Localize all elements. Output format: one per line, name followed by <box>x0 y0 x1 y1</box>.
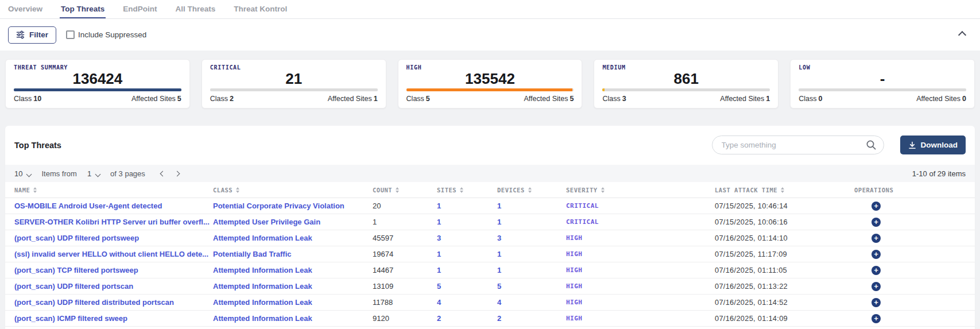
card-progress-fill <box>406 88 573 91</box>
column-header-count[interactable]: COUNT <box>373 187 437 193</box>
card-progress-track <box>406 88 574 91</box>
severity-cell[interactable]: HIGH <box>566 315 715 322</box>
devices-link[interactable]: 3 <box>497 234 566 242</box>
panel-title: Top Threats <box>14 141 61 150</box>
devices-link[interactable]: 1 <box>497 266 566 274</box>
tab-endpoint[interactable]: EndPoint <box>122 0 158 18</box>
sites-link[interactable]: 1 <box>437 202 497 210</box>
column-header-operations: OPERATIONS <box>854 187 966 193</box>
search-input[interactable] <box>712 136 884 154</box>
collapse-panel-button[interactable] <box>959 30 972 40</box>
expand-row-button[interactable]: + <box>871 298 881 307</box>
page-size-chevron-down-icon[interactable] <box>27 169 31 178</box>
devices-link[interactable]: 1 <box>497 202 566 210</box>
tab-all-threats[interactable]: All Threats <box>175 0 217 18</box>
threat-class-link[interactable]: Attempted Information Leak <box>213 314 373 323</box>
threat-name-link[interactable]: (port_scan) UDP filtered distributed por… <box>14 298 213 307</box>
tab-top-threats[interactable]: Top Threats <box>60 0 106 18</box>
devices-link[interactable]: 5 <box>497 282 566 291</box>
severity-cell[interactable]: HIGH <box>566 250 715 258</box>
card-critical: CRITICAL 21 Class2 Affected Sites1 <box>202 59 386 109</box>
table-row: OS-MOBILE Android User-Agent detected Po… <box>5 198 975 214</box>
download-button[interactable]: Download <box>900 136 966 154</box>
table-row: SERVER-OTHER Kolibri HTTP Server uri buf… <box>5 214 975 230</box>
severity-cell[interactable]: CRITICAL <box>566 202 715 210</box>
page-size-select[interactable]: 10 <box>14 169 22 178</box>
sites-link[interactable]: 1 <box>437 266 497 274</box>
pages-count-label: of 3 pages <box>110 169 145 178</box>
filter-bar: Filter Include Suppressed <box>0 19 980 51</box>
card-class-count: Class0 <box>799 95 822 103</box>
sort-icon <box>396 187 399 193</box>
expand-row-button[interactable]: + <box>871 202 881 211</box>
expand-row-button[interactable]: + <box>871 250 881 259</box>
column-header-sites[interactable]: SITES <box>437 187 497 193</box>
threat-class-link[interactable]: Attempted Information Leak <box>213 234 373 242</box>
sort-icon <box>601 187 605 193</box>
count-cell: 20 <box>373 202 437 210</box>
devices-link[interactable]: 4 <box>497 298 566 307</box>
previous-page-button[interactable] <box>156 172 170 176</box>
column-header-devices[interactable]: DEVICES <box>497 187 566 193</box>
table-row: (port_scan) TCP filtered portsweep Attem… <box>5 262 975 278</box>
threat-class-link[interactable]: Attempted User Privilege Gain <box>213 218 373 226</box>
threat-name-link[interactable]: (ssl) invalid server HELLO without clien… <box>14 250 213 258</box>
severity-cell[interactable]: CRITICAL <box>566 218 715 226</box>
column-header-name[interactable]: NAME <box>14 187 213 193</box>
card-affected-sites: Affected Sites1 <box>328 95 378 103</box>
card-value: 861 <box>602 71 770 87</box>
expand-row-button[interactable]: + <box>871 282 881 291</box>
threat-name-link[interactable]: OS-MOBILE Android User-Agent detected <box>14 202 213 210</box>
devices-link[interactable]: 1 <box>497 250 566 258</box>
severity-cell[interactable]: HIGH <box>566 266 715 274</box>
search-icon[interactable] <box>866 140 877 150</box>
threat-class-link[interactable]: Attempted Information Leak <box>213 298 373 307</box>
threat-name-link[interactable]: (port_scan) ICMP filtered sweep <box>14 314 213 323</box>
expand-row-button[interactable]: + <box>871 234 881 243</box>
threat-class-link[interactable]: Attempted Information Leak <box>213 266 373 274</box>
expand-row-button[interactable]: + <box>871 266 881 275</box>
card-affected-sites: Affected Sites1 <box>720 95 770 103</box>
threat-class-link[interactable]: Potentially Bad Traffic <box>213 250 373 258</box>
sites-link[interactable]: 3 <box>437 234 497 242</box>
sites-link[interactable]: 1 <box>437 218 497 226</box>
include-suppressed-checkbox[interactable] <box>66 30 75 39</box>
severity-cell[interactable]: HIGH <box>566 234 715 242</box>
sites-link[interactable]: 2 <box>437 314 497 323</box>
column-header-severity[interactable]: SEVERITY <box>566 187 715 193</box>
next-page-button[interactable] <box>170 172 184 176</box>
count-cell: 13109 <box>373 282 437 291</box>
count-cell: 11788 <box>373 298 437 307</box>
threat-name-link[interactable]: (port_scan) UDP filtered portscan <box>14 282 213 291</box>
column-header-class[interactable]: CLASS <box>213 187 373 193</box>
filter-button[interactable]: Filter <box>8 26 56 44</box>
card-affected-sites: Affected Sites5 <box>524 95 574 103</box>
sites-link[interactable]: 5 <box>437 282 497 291</box>
last-attack-time-cell: 07/15/2025, 10:06:16 <box>715 218 854 226</box>
page-select[interactable]: 1 <box>87 169 91 178</box>
tab-threat-kontrol[interactable]: Threat Kontrol <box>233 0 288 18</box>
severity-cell[interactable]: HIGH <box>566 282 715 290</box>
devices-link[interactable]: 1 <box>497 218 566 226</box>
card-class-count: Class5 <box>406 95 430 103</box>
severity-cell[interactable]: HIGH <box>566 299 715 306</box>
include-suppressed-control[interactable]: Include Suppressed <box>66 30 146 39</box>
page-chevron-down-icon[interactable] <box>96 169 100 178</box>
column-header-last-attack-time[interactable]: LAST ATTACK TIME <box>715 187 854 193</box>
threat-name-link[interactable]: (port_scan) UDP filtered portsweep <box>14 234 213 242</box>
threat-class-link[interactable]: Attempted Information Leak <box>213 282 373 291</box>
threat-class-link[interactable]: Potential Corporate Privacy Violation <box>213 202 373 210</box>
sites-link[interactable]: 4 <box>437 298 497 307</box>
card-value: 135542 <box>406 71 574 87</box>
threat-name-link[interactable]: SERVER-OTHER Kolibri HTTP Server uri buf… <box>14 218 213 226</box>
sites-link[interactable]: 1 <box>437 250 497 258</box>
threat-name-link[interactable]: (port_scan) TCP filtered portsweep <box>14 266 213 274</box>
table-header-row: Top Threats <box>5 126 975 165</box>
devices-link[interactable]: 2 <box>497 314 566 323</box>
card-progress-track <box>799 88 966 91</box>
expand-row-button[interactable]: + <box>871 218 881 227</box>
sort-icon <box>528 187 532 193</box>
last-attack-time-cell: 07/15/2025, 10:46:14 <box>715 202 854 210</box>
tab-overview[interactable]: Overview <box>7 0 44 18</box>
expand-row-button[interactable]: + <box>871 314 881 323</box>
